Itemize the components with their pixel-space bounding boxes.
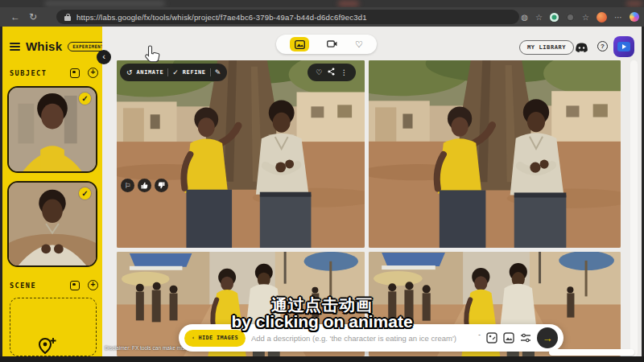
mouse-cursor-hand [143,44,161,68]
generated-image-2[interactable] [369,60,621,248]
discord-icon[interactable] [575,42,588,52]
help-icon[interactable]: ? [597,41,608,51]
whisk-app-screenshot: ← ↻ https://labs.google/fx/tools/whisk/p… [0,0,644,362]
selected-check-icon[interactable]: ✓ [79,93,91,105]
extension-icon[interactable] [566,13,575,22]
image-utility-actions: ♡ ⋮ [308,64,356,81]
generated-image-1[interactable] [117,60,365,248]
video-mode-button[interactable] [327,37,337,51]
add-scene-icon[interactable]: + [88,280,98,290]
animate-button[interactable]: ANIMATE [137,69,164,76]
browser-toolbar: ← ↻ https://labs.google/fx/tools/whisk/p… [0,7,644,27]
subject-section-label: SUBJECT [10,69,47,77]
subject-thumbnail-man[interactable]: ✓ [7,181,97,267]
refine-icon[interactable]: ✓ [172,69,179,76]
collapse-sidebar-button[interactable]: ‹ [97,50,111,64]
edit-prompt-icon[interactable]: ✎ [215,69,221,76]
window-edge-bottom [0,356,644,362]
extension-icon[interactable] [550,13,559,22]
account-avatar[interactable] [613,36,634,57]
browser-profile-avatar[interactable] [597,12,607,23]
refresh-icon[interactable]: ↻ [24,11,42,23]
subject-thumbnail-woman[interactable]: ✓ [7,86,97,173]
tab-blur [44,1,165,6]
experiment-badge: EXPERIMENT [68,42,102,51]
thumbs-down-icon[interactable] [155,179,168,192]
collections-icon[interactable]: ☆ [582,13,589,22]
tab-blur [338,1,359,6]
location-pin-icon[interactable] [36,336,59,356]
image-mode-button[interactable] [290,37,309,51]
lock-icon [64,14,71,21]
my-library-button[interactable]: MY LIBRARY [519,40,574,55]
thumbs-up-icon[interactable] [138,179,151,192]
browser-menu-icon[interactable]: ⋯ [614,13,622,22]
url-text[interactable]: https://labs.google/fx/tools/whisk/proje… [76,13,367,22]
feedback-actions: ⚐ [121,179,168,192]
window-edge-left [0,27,2,356]
back-icon[interactable]: ← [6,11,24,23]
address-bar[interactable]: https://labs.google/fx/tools/whisk/proje… [56,10,519,24]
share-icon[interactable] [328,68,335,77]
copilot-icon[interactable] [630,12,639,22]
chevron-left-icon: ‹ [192,335,196,341]
hide-images-button[interactable]: ‹ HIDE IMAGES [184,330,246,347]
menu-icon[interactable] [10,43,20,51]
reader-icon[interactable]: ◍ [521,13,528,22]
refine-button[interactable]: REFINE [183,69,206,76]
mode-switcher: ♡ [276,35,377,54]
add-image-icon[interactable] [503,332,514,343]
favorite-icon[interactable]: ♡ [316,69,322,76]
image-hover-actions: ↺ ANIMATE ✓ REFINE ✎ [120,64,227,81]
caret-down-icon[interactable]: ˇ [478,333,481,340]
horizontal-scrollbar[interactable] [549,349,634,356]
tab-blur [626,1,642,6]
add-subject-icon[interactable]: + [88,68,98,78]
app-title: Whisk [26,39,62,53]
settings-sliders-icon[interactable] [520,332,531,343]
roll-dice-icon[interactable] [70,68,80,78]
more-options-icon[interactable]: ⋮ [341,69,348,76]
scene-section-label: SCENE [10,282,36,290]
animate-icon[interactable]: ↺ [126,69,133,76]
favorites-mode-button[interactable]: ♡ [355,40,363,49]
report-flag-icon[interactable]: ⚐ [121,179,134,192]
browser-tab-strip[interactable] [0,0,644,7]
subtitle-english: by clicking on animate [0,312,644,331]
prompt-input[interactable]: Add a description (e.g. 'the character i… [251,334,473,343]
roll-dice-icon[interactable] [70,281,80,290]
inspire-dice-icon[interactable] [486,332,497,343]
favorite-star-icon[interactable]: ☆ [535,13,543,22]
selected-check-icon[interactable]: ✓ [79,187,91,200]
